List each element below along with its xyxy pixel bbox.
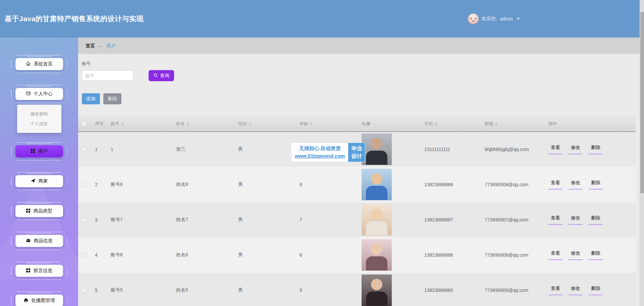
sort-icon[interactable] [435,122,437,126]
cell-account: 账号5 [107,273,173,306]
col-avatar: 头像 [358,116,421,132]
cell-email: 773890006@qq.com [481,238,545,272]
user-table: 序号 账号 姓名 性别 年龄 头像 手机 邮箱 操作 1 1 张三 男 1311… [78,116,636,306]
cell-index: 1 [92,132,107,167]
sidebar-item-label: 商家 [39,178,48,184]
edit-link[interactable]: 修改 [569,215,583,225]
watermark-badge: 无须担心.自动发货 www.51topmind.com 毕业 设计 [291,143,365,162]
query-button[interactable]: 查询 [149,70,174,81]
add-button[interactable]: 添加 [82,93,100,104]
printer-icon [23,298,29,304]
breadcrumb-home[interactable]: 首页 [86,43,95,49]
user-photo [362,274,392,306]
cell-phone: 13823888885 [421,273,481,306]
cell-account: 1 [107,132,173,167]
vertical-scrollbar[interactable] [640,0,644,306]
view-link[interactable]: 查看 [548,250,562,260]
search-label: 账号 [82,61,636,67]
edit-link[interactable]: 修改 [569,180,583,190]
cell-age: 8 [296,167,358,202]
sidebar-item-messages[interactable]: 留言信息 [15,265,63,277]
view-link[interactable]: 查看 [548,180,562,190]
cell-phone: 13111111111 [421,132,481,167]
sidebar-item-label: 留言信息 [34,268,52,274]
col-email[interactable]: 邮箱 [481,116,545,132]
col-age[interactable]: 年龄 [296,116,358,132]
col-actions: 操作 [545,116,636,132]
view-link[interactable]: 查看 [548,145,562,154]
grid-icon [26,268,31,274]
cell-name: 姓名5 [173,273,235,306]
personal-center-submenu: 修改密码 个人信息 [17,105,61,133]
sidebar-item-users[interactable]: 用户 [15,145,63,157]
user-photo [362,169,392,200]
col-name[interactable]: 姓名 [173,116,235,132]
scrollbar-thumb[interactable] [640,12,644,193]
briefcase-icon [26,238,31,244]
col-phone[interactable]: 手机 [421,116,481,132]
table-row: 3 账号7 姓名7 男 7 13823888887 773890007@qq.c… [78,202,636,238]
account-search-input[interactable] [82,70,133,81]
row-checkbox[interactable] [82,147,86,152]
cell-name: 姓名6 [173,238,235,272]
sort-icon[interactable] [495,122,498,126]
table-row: 5 账号5 姓名5 男 5 13823888885 773890005@qq.c… [78,273,636,306]
delete-link[interactable]: 删除 [589,180,603,190]
row-checkbox[interactable] [82,288,86,293]
col-index[interactable]: 序号 [92,116,107,132]
table-header-row: 序号 账号 姓名 性别 年龄 头像 手机 邮箱 操作 [78,116,636,132]
edit-link[interactable]: 修改 [569,250,583,260]
delete-link[interactable]: 删除 [589,250,603,260]
search-section: 账号 查询 [78,54,640,81]
sort-icon[interactable] [310,122,313,126]
delete-link[interactable]: 删除 [589,215,603,225]
sidebar-item-label: 轮播图管理 [32,298,55,304]
sort-icon[interactable] [249,122,251,126]
col-gender[interactable]: 性别 [235,116,296,132]
table-row: 4 账号6 姓名6 男 6 13823888886 773890006@qq.c… [78,238,636,273]
sidebar-item-label: 商品类型 [34,208,52,214]
cell-name: 姓名8 [173,167,235,202]
query-button-label: 查询 [160,73,169,79]
cell-age: 5 [296,273,358,306]
watermark-badge-text: 毕业 [351,145,362,152]
user-menu[interactable]: 欢迎您, admin [468,13,520,24]
sidebar-item-product-info[interactable]: 商品信息 [15,235,63,247]
col-account[interactable]: 账号 [107,116,173,132]
sort-icon[interactable] [186,122,189,126]
user-photo [362,239,392,271]
submenu-item-change-password[interactable]: 修改密码 [17,109,61,119]
sidebar-item-personal-center[interactable]: 个人中心 [15,88,63,100]
breadcrumb-current[interactable]: 用户 [106,43,116,49]
id-card-icon [26,91,31,97]
chevron-down-icon[interactable] [517,18,520,20]
edit-link[interactable]: 修改 [569,286,583,295]
delete-link[interactable]: 删除 [589,145,603,154]
row-checkbox[interactable] [82,253,86,257]
select-all-checkbox[interactable] [82,121,86,126]
sidebar-item-product-types[interactable]: 商品类型 [15,205,63,217]
edit-link[interactable]: 修改 [569,145,583,154]
sidebar-item-home[interactable]: 系统首页 [15,58,63,70]
table-toolbar: 添加 删除 [78,81,640,104]
sidebar-item-merchants[interactable]: 商家 [15,175,63,187]
sidebar-item-carousel[interactable]: 轮播图管理 [15,295,63,306]
cell-name: 张三 [173,132,235,167]
sidebar-item-label: 个人中心 [34,91,53,97]
delete-button[interactable]: 删除 [103,93,121,104]
submenu-item-personal-info[interactable]: 个人信息 [17,119,61,129]
user-photo [362,134,392,165]
watermark-line1: 无须担心.自动发货 [295,144,345,152]
delete-link[interactable]: 删除 [589,286,603,295]
cell-age: 6 [296,238,358,272]
sort-icon[interactable] [121,122,124,126]
cell-age: 7 [296,202,358,237]
user-avatar[interactable] [468,13,479,24]
cell-phone: 13823888888 [421,167,481,202]
row-checkbox[interactable] [82,182,86,187]
view-link[interactable]: 查看 [548,286,562,295]
main-content: 首页 — 用户 账号 查询 添加 删除 [78,38,640,306]
view-link[interactable]: 查看 [548,215,562,225]
cell-phone: 13823888887 [421,202,481,237]
row-checkbox[interactable] [82,217,86,222]
